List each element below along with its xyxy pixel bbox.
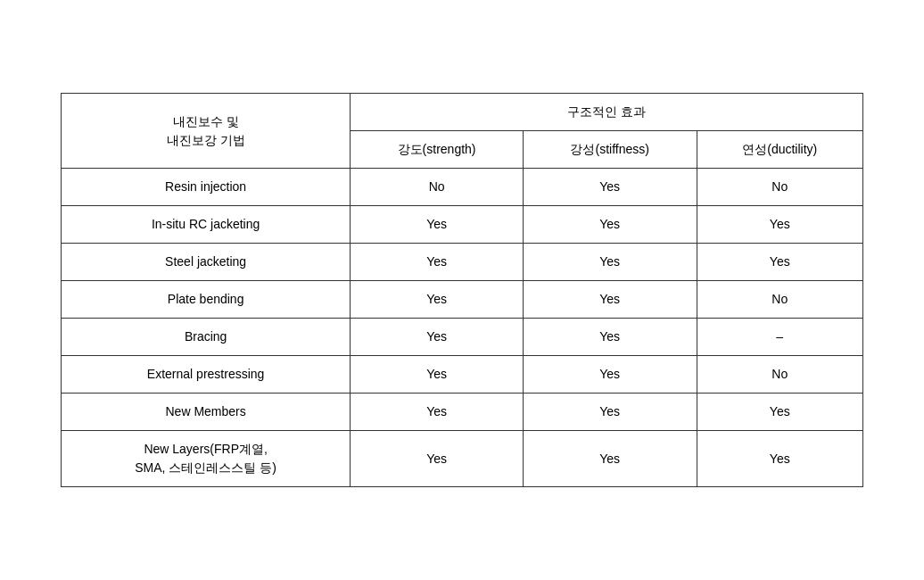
row-strength: Yes bbox=[351, 431, 524, 487]
row-ductility: – bbox=[697, 319, 862, 356]
row-strength: Yes bbox=[351, 281, 524, 319]
row-label: Steel jacketing bbox=[62, 244, 351, 281]
row-strength: Yes bbox=[351, 244, 524, 281]
row-label: External prestressing bbox=[62, 356, 351, 394]
table-body: Resin injectionNoYesNoIn-situ RC jacketi… bbox=[62, 169, 863, 487]
row-ductility: No bbox=[697, 356, 862, 394]
row-strength: No bbox=[351, 169, 524, 206]
row-header-cell: 내진보수 및 내진보강 기법 bbox=[62, 94, 351, 169]
row-ductility: Yes bbox=[697, 394, 862, 431]
row-stiffness: Yes bbox=[523, 431, 697, 487]
comparison-table: 내진보수 및 내진보강 기법 구조적인 효과 강도(strength) 강성(s… bbox=[61, 93, 863, 487]
row-stiffness: Yes bbox=[523, 244, 697, 281]
row-strength: Yes bbox=[351, 206, 524, 244]
row-ductility: No bbox=[697, 169, 862, 206]
row-ductility: No bbox=[697, 281, 862, 319]
table-row: BracingYesYes– bbox=[62, 319, 863, 356]
row-stiffness: Yes bbox=[523, 169, 697, 206]
row-strength: Yes bbox=[351, 319, 524, 356]
col-ductility: 연성(ductility) bbox=[697, 131, 862, 169]
row-ductility: Yes bbox=[697, 206, 862, 244]
table-row: Steel jacketingYesYesYes bbox=[62, 244, 863, 281]
row-strength: Yes bbox=[351, 394, 524, 431]
group-header-cell: 구조적인 효과 bbox=[351, 94, 863, 131]
table-row: External prestressingYesYesNo bbox=[62, 356, 863, 394]
col-strength: 강도(strength) bbox=[351, 131, 524, 169]
table-row: Resin injectionNoYesNo bbox=[62, 169, 863, 206]
row-ductility: Yes bbox=[697, 431, 862, 487]
row-label: Resin injection bbox=[62, 169, 351, 206]
table-row: In-situ RC jacketingYesYesYes bbox=[62, 206, 863, 244]
row-stiffness: Yes bbox=[523, 394, 697, 431]
row-ductility: Yes bbox=[697, 244, 862, 281]
row-label: Bracing bbox=[62, 319, 351, 356]
row-stiffness: Yes bbox=[523, 319, 697, 356]
table-row: Plate bendingYesYesNo bbox=[62, 281, 863, 319]
table-row: New MembersYesYesYes bbox=[62, 394, 863, 431]
col-stiffness: 강성(stiffness) bbox=[523, 131, 697, 169]
row-strength: Yes bbox=[351, 356, 524, 394]
row-stiffness: Yes bbox=[523, 356, 697, 394]
row-label: In-situ RC jacketing bbox=[62, 206, 351, 244]
table-row: New Layers(FRP계열, SMA, 스테인레스스틸 등)YesYesY… bbox=[62, 431, 863, 487]
row-label: Plate bending bbox=[62, 281, 351, 319]
row-label: New Members bbox=[62, 394, 351, 431]
table-wrapper: 내진보수 및 내진보강 기법 구조적인 효과 강도(strength) 강성(s… bbox=[61, 93, 863, 487]
row-stiffness: Yes bbox=[523, 206, 697, 244]
row-label: New Layers(FRP계열, SMA, 스테인레스스틸 등) bbox=[62, 431, 351, 487]
row-stiffness: Yes bbox=[523, 281, 697, 319]
group-header-row: 내진보수 및 내진보강 기법 구조적인 효과 bbox=[62, 94, 863, 131]
